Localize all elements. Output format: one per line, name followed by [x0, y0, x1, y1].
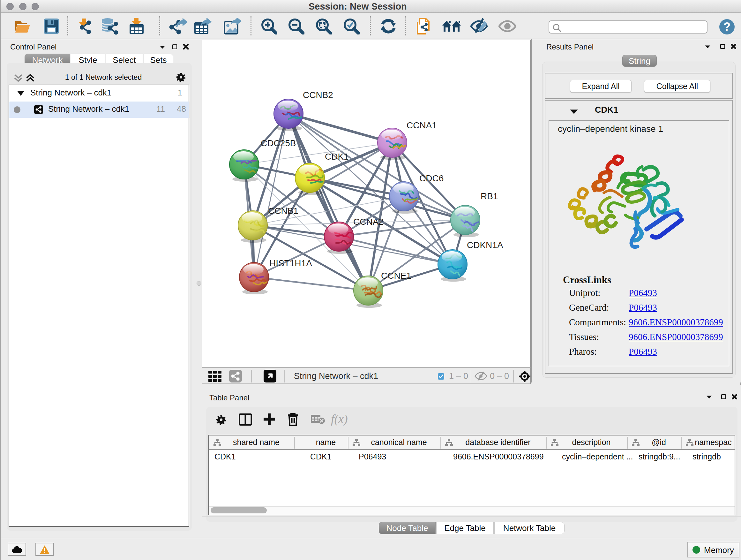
- svg-text:CDK1: CDK1: [325, 152, 349, 162]
- svg-text:CDC6: CDC6: [419, 173, 444, 183]
- svg-text:CCNA1: CCNA1: [407, 120, 437, 130]
- svg-text:CCNB2: CCNB2: [303, 90, 333, 100]
- svg-text:CCNA2: CCNA2: [353, 217, 384, 227]
- svg-text:CDKN1A: CDKN1A: [467, 240, 503, 250]
- svg-text:CCNE1: CCNE1: [381, 271, 411, 281]
- svg-text:HIST1H1A: HIST1H1A: [269, 258, 312, 268]
- svg-text:CDC25B: CDC25B: [261, 138, 296, 148]
- svg-text:CCNB1: CCNB1: [268, 206, 298, 216]
- svg-text:RB1: RB1: [481, 191, 498, 201]
